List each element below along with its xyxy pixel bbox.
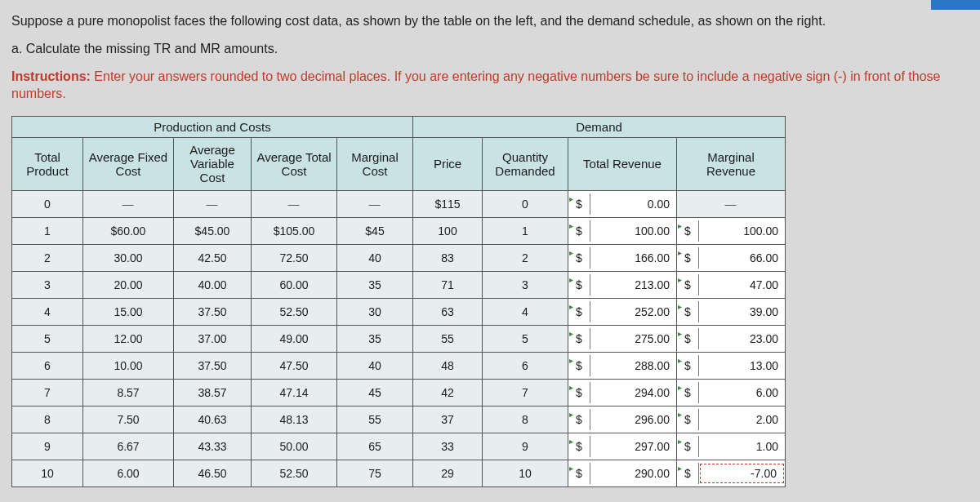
cell-qd: 8 — [483, 406, 568, 433]
total-revenue-input[interactable]: ▸$100.00 — [568, 217, 677, 244]
cell-price: 100 — [413, 217, 483, 244]
cell-afc: 8.57 — [83, 379, 174, 406]
cell-afc: 30.00 — [83, 244, 174, 271]
total-revenue-input[interactable]: ▸$296.00 — [568, 406, 677, 433]
cell-afc: 6.00 — [83, 460, 174, 486]
marginal-revenue-input[interactable]: ▸$-7.00 — [677, 460, 786, 486]
total-revenue-input[interactable]: ▸$297.00 — [568, 433, 677, 460]
dropdown-icon: ▸ — [569, 410, 573, 419]
cell-afc: 6.67 — [83, 433, 174, 460]
cell-mc: 30 — [337, 298, 413, 325]
dropdown-icon: ▸ — [678, 275, 682, 284]
cell-price: 71 — [413, 271, 483, 298]
dropdown-icon: ▸ — [569, 437, 573, 446]
cell-qd: 3 — [483, 271, 568, 298]
marginal-revenue-input[interactable]: ▸$23.00 — [677, 325, 786, 352]
dropdown-icon: ▸ — [569, 383, 573, 392]
cell-avc: — — [174, 190, 252, 217]
cell-afc: — — [83, 190, 174, 217]
cell-tp: 10 — [12, 460, 83, 486]
cell-mc: — — [337, 190, 413, 217]
cell-tp: 8 — [12, 406, 83, 433]
cell-qd: 9 — [483, 433, 568, 460]
cell-avc: $45.00 — [174, 217, 252, 244]
marginal-revenue-input[interactable]: ▸$6.00 — [677, 379, 786, 406]
dropdown-icon: ▸ — [569, 275, 573, 284]
total-revenue-input[interactable]: ▸$0.00 — [568, 190, 677, 217]
marginal-revenue-input[interactable]: ▸$100.00 — [677, 217, 786, 244]
total-revenue-input[interactable]: ▸$275.00 — [568, 325, 677, 352]
marginal-revenue-input[interactable]: ▸$13.00 — [677, 352, 786, 379]
cell-atc: — — [252, 190, 337, 217]
cost-demand-table: Production and Costs Demand Total Produc… — [11, 116, 786, 487]
cell-avc: 46.50 — [174, 460, 252, 486]
cell-afc: 15.00 — [83, 298, 174, 325]
cell-price: 48 — [413, 352, 483, 379]
header-qd: Quantity Demanded — [483, 137, 568, 190]
cell-tp: 4 — [12, 298, 83, 325]
part-a-text: a. Calculate the missing TR and MR amoun… — [11, 42, 969, 56]
cell-qd: 4 — [483, 298, 568, 325]
dropdown-icon: ▸ — [678, 248, 682, 257]
cell-qd: 5 — [483, 325, 568, 352]
header-price: Price — [413, 137, 483, 190]
cell-price: 83 — [413, 244, 483, 271]
cell-atc: 50.00 — [252, 433, 337, 460]
dropdown-icon: ▸ — [678, 356, 682, 365]
cell-atc: 52.50 — [252, 298, 337, 325]
instructions-label: Instructions: — [11, 69, 91, 83]
table-row: 0————$1150▸$0.00— — [12, 190, 786, 217]
table-row: 96.6743.3350.0065339▸$297.00▸$1.00 — [12, 433, 786, 460]
cell-atc: 49.00 — [252, 325, 337, 352]
cell-price: 42 — [413, 379, 483, 406]
dropdown-icon: ▸ — [569, 194, 573, 203]
cell-avc: 40.63 — [174, 406, 252, 433]
section-demand: Demand — [413, 116, 786, 137]
cell-mc: 40 — [337, 352, 413, 379]
dropdown-icon: ▸ — [678, 437, 682, 446]
cell-avc: 38.57 — [174, 379, 252, 406]
cell-atc: 47.14 — [252, 379, 337, 406]
total-revenue-input[interactable]: ▸$166.00 — [568, 244, 677, 271]
table-row: 610.0037.5047.5040486▸$288.00▸$13.00 — [12, 352, 786, 379]
cell-afc: $60.00 — [83, 217, 174, 244]
marginal-revenue-input[interactable]: ▸$1.00 — [677, 433, 786, 460]
cell-tp: 5 — [12, 325, 83, 352]
total-revenue-input[interactable]: ▸$294.00 — [568, 379, 677, 406]
cell-price: 29 — [413, 460, 483, 486]
cell-price: 33 — [413, 433, 483, 460]
section-production-costs: Production and Costs — [12, 116, 413, 137]
header-total-product: Total Product — [12, 137, 83, 190]
cell-qd: 2 — [483, 244, 568, 271]
cell-afc: 7.50 — [83, 406, 174, 433]
cell-price: 37 — [413, 406, 483, 433]
cell-mc: 35 — [337, 271, 413, 298]
total-revenue-input[interactable]: ▸$252.00 — [568, 298, 677, 325]
cell-tp: 6 — [12, 352, 83, 379]
cell-atc: 60.00 — [252, 271, 337, 298]
marginal-revenue-input[interactable]: ▸$39.00 — [677, 298, 786, 325]
dropdown-icon: ▸ — [569, 356, 573, 365]
marginal-revenue-input[interactable]: ▸$2.00 — [677, 406, 786, 433]
dropdown-icon: ▸ — [678, 302, 682, 311]
instructions-body: Enter your answers rounded to two decima… — [11, 69, 940, 101]
marginal-revenue-input[interactable]: ▸$66.00 — [677, 244, 786, 271]
total-revenue-input[interactable]: ▸$288.00 — [568, 352, 677, 379]
cell-mc: 40 — [337, 244, 413, 271]
marginal-revenue-input[interactable]: ▸$47.00 — [677, 271, 786, 298]
question-intro: Suppose a pure monopolist faces the foll… — [11, 13, 969, 30]
cell-afc: 12.00 — [83, 325, 174, 352]
cell-mc: 55 — [337, 406, 413, 433]
cell-avc: 37.50 — [174, 352, 252, 379]
cell-qd: 0 — [483, 190, 568, 217]
total-revenue-input[interactable]: ▸$213.00 — [568, 271, 677, 298]
dropdown-icon: ▸ — [569, 221, 573, 230]
cell-atc: 48.13 — [252, 406, 337, 433]
cell-atc: 47.50 — [252, 352, 337, 379]
cell-qd: 1 — [483, 217, 568, 244]
cell-avc: 42.50 — [174, 244, 252, 271]
table-row: 78.5738.5747.1445427▸$294.00▸$6.00 — [12, 379, 786, 406]
cell-tp: 9 — [12, 433, 83, 460]
total-revenue-input[interactable]: ▸$290.00 — [568, 460, 677, 486]
header-mr: Marginal Revenue — [677, 137, 786, 190]
